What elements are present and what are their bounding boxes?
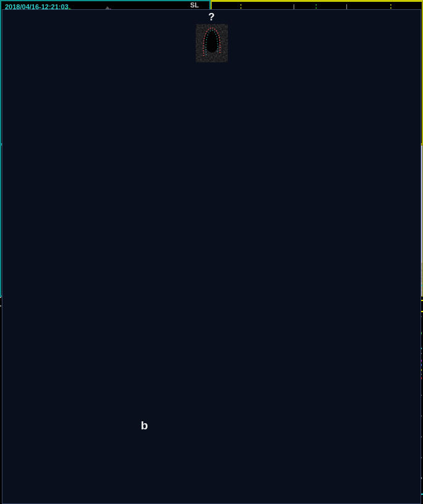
partial-circle-glyph: [0, 297, 1, 306]
colorbar-mode-label: SL: [190, 1, 199, 9]
dica-body: ?: [2, 9, 421, 504]
dica-thumbnail-image: [196, 24, 228, 62]
help-question-mark: ?: [2, 11, 421, 23]
dica-tooltip-window[interactable]: Dica ?: [0, 67, 46, 131]
figure-label-b: b: [141, 419, 148, 432]
